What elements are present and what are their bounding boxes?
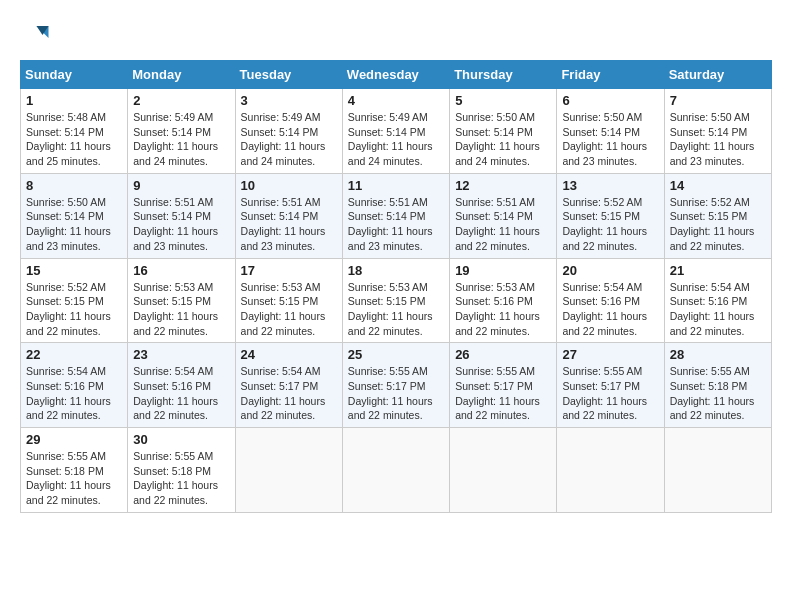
day-info: Sunrise: 5:55 AM Sunset: 5:18 PM Dayligh… bbox=[670, 364, 766, 423]
logo-icon bbox=[20, 20, 50, 50]
header bbox=[20, 20, 772, 50]
calendar-body: 1Sunrise: 5:48 AM Sunset: 5:14 PM Daylig… bbox=[21, 89, 772, 513]
day-number: 14 bbox=[670, 178, 766, 193]
calendar-cell: 22Sunrise: 5:54 AM Sunset: 5:16 PM Dayli… bbox=[21, 343, 128, 428]
day-info: Sunrise: 5:53 AM Sunset: 5:16 PM Dayligh… bbox=[455, 280, 551, 339]
day-info: Sunrise: 5:51 AM Sunset: 5:14 PM Dayligh… bbox=[348, 195, 444, 254]
day-number: 8 bbox=[26, 178, 122, 193]
header-day-friday: Friday bbox=[557, 61, 664, 89]
calendar-cell: 5Sunrise: 5:50 AM Sunset: 5:14 PM Daylig… bbox=[450, 89, 557, 174]
calendar-header: SundayMondayTuesdayWednesdayThursdayFrid… bbox=[21, 61, 772, 89]
day-number: 27 bbox=[562, 347, 658, 362]
calendar-cell: 1Sunrise: 5:48 AM Sunset: 5:14 PM Daylig… bbox=[21, 89, 128, 174]
calendar-cell: 23Sunrise: 5:54 AM Sunset: 5:16 PM Dayli… bbox=[128, 343, 235, 428]
header-day-sunday: Sunday bbox=[21, 61, 128, 89]
calendar-cell: 11Sunrise: 5:51 AM Sunset: 5:14 PM Dayli… bbox=[342, 173, 449, 258]
calendar-cell: 13Sunrise: 5:52 AM Sunset: 5:15 PM Dayli… bbox=[557, 173, 664, 258]
header-day-wednesday: Wednesday bbox=[342, 61, 449, 89]
calendar-cell: 7Sunrise: 5:50 AM Sunset: 5:14 PM Daylig… bbox=[664, 89, 771, 174]
day-info: Sunrise: 5:54 AM Sunset: 5:16 PM Dayligh… bbox=[562, 280, 658, 339]
day-number: 26 bbox=[455, 347, 551, 362]
calendar-cell: 4Sunrise: 5:49 AM Sunset: 5:14 PM Daylig… bbox=[342, 89, 449, 174]
week-row-1: 1Sunrise: 5:48 AM Sunset: 5:14 PM Daylig… bbox=[21, 89, 772, 174]
calendar-cell: 2Sunrise: 5:49 AM Sunset: 5:14 PM Daylig… bbox=[128, 89, 235, 174]
calendar-cell bbox=[342, 428, 449, 513]
calendar-cell: 25Sunrise: 5:55 AM Sunset: 5:17 PM Dayli… bbox=[342, 343, 449, 428]
day-info: Sunrise: 5:55 AM Sunset: 5:17 PM Dayligh… bbox=[348, 364, 444, 423]
calendar-cell: 24Sunrise: 5:54 AM Sunset: 5:17 PM Dayli… bbox=[235, 343, 342, 428]
calendar-cell: 19Sunrise: 5:53 AM Sunset: 5:16 PM Dayli… bbox=[450, 258, 557, 343]
day-number: 10 bbox=[241, 178, 337, 193]
day-number: 3 bbox=[241, 93, 337, 108]
day-info: Sunrise: 5:54 AM Sunset: 5:16 PM Dayligh… bbox=[670, 280, 766, 339]
day-number: 5 bbox=[455, 93, 551, 108]
day-number: 24 bbox=[241, 347, 337, 362]
day-number: 22 bbox=[26, 347, 122, 362]
day-number: 16 bbox=[133, 263, 229, 278]
day-info: Sunrise: 5:50 AM Sunset: 5:14 PM Dayligh… bbox=[562, 110, 658, 169]
week-row-5: 29Sunrise: 5:55 AM Sunset: 5:18 PM Dayli… bbox=[21, 428, 772, 513]
day-number: 28 bbox=[670, 347, 766, 362]
day-info: Sunrise: 5:50 AM Sunset: 5:14 PM Dayligh… bbox=[455, 110, 551, 169]
calendar-cell: 27Sunrise: 5:55 AM Sunset: 5:17 PM Dayli… bbox=[557, 343, 664, 428]
day-number: 21 bbox=[670, 263, 766, 278]
calendar-cell bbox=[664, 428, 771, 513]
calendar-cell: 18Sunrise: 5:53 AM Sunset: 5:15 PM Dayli… bbox=[342, 258, 449, 343]
day-number: 13 bbox=[562, 178, 658, 193]
day-number: 25 bbox=[348, 347, 444, 362]
day-info: Sunrise: 5:55 AM Sunset: 5:18 PM Dayligh… bbox=[26, 449, 122, 508]
day-info: Sunrise: 5:49 AM Sunset: 5:14 PM Dayligh… bbox=[348, 110, 444, 169]
day-info: Sunrise: 5:49 AM Sunset: 5:14 PM Dayligh… bbox=[133, 110, 229, 169]
calendar-cell: 20Sunrise: 5:54 AM Sunset: 5:16 PM Dayli… bbox=[557, 258, 664, 343]
calendar-cell: 30Sunrise: 5:55 AM Sunset: 5:18 PM Dayli… bbox=[128, 428, 235, 513]
day-number: 18 bbox=[348, 263, 444, 278]
calendar-cell bbox=[450, 428, 557, 513]
calendar-cell: 10Sunrise: 5:51 AM Sunset: 5:14 PM Dayli… bbox=[235, 173, 342, 258]
header-day-monday: Monday bbox=[128, 61, 235, 89]
day-number: 19 bbox=[455, 263, 551, 278]
header-day-thursday: Thursday bbox=[450, 61, 557, 89]
day-info: Sunrise: 5:51 AM Sunset: 5:14 PM Dayligh… bbox=[133, 195, 229, 254]
calendar-cell: 17Sunrise: 5:53 AM Sunset: 5:15 PM Dayli… bbox=[235, 258, 342, 343]
day-info: Sunrise: 5:51 AM Sunset: 5:14 PM Dayligh… bbox=[241, 195, 337, 254]
day-info: Sunrise: 5:50 AM Sunset: 5:14 PM Dayligh… bbox=[670, 110, 766, 169]
day-info: Sunrise: 5:55 AM Sunset: 5:18 PM Dayligh… bbox=[133, 449, 229, 508]
week-row-4: 22Sunrise: 5:54 AM Sunset: 5:16 PM Dayli… bbox=[21, 343, 772, 428]
day-info: Sunrise: 5:55 AM Sunset: 5:17 PM Dayligh… bbox=[455, 364, 551, 423]
day-number: 2 bbox=[133, 93, 229, 108]
calendar-cell: 14Sunrise: 5:52 AM Sunset: 5:15 PM Dayli… bbox=[664, 173, 771, 258]
day-number: 9 bbox=[133, 178, 229, 193]
day-info: Sunrise: 5:54 AM Sunset: 5:16 PM Dayligh… bbox=[133, 364, 229, 423]
week-row-2: 8Sunrise: 5:50 AM Sunset: 5:14 PM Daylig… bbox=[21, 173, 772, 258]
day-number: 4 bbox=[348, 93, 444, 108]
calendar-cell bbox=[557, 428, 664, 513]
day-number: 1 bbox=[26, 93, 122, 108]
day-number: 20 bbox=[562, 263, 658, 278]
day-info: Sunrise: 5:52 AM Sunset: 5:15 PM Dayligh… bbox=[670, 195, 766, 254]
day-number: 11 bbox=[348, 178, 444, 193]
header-row: SundayMondayTuesdayWednesdayThursdayFrid… bbox=[21, 61, 772, 89]
day-number: 23 bbox=[133, 347, 229, 362]
calendar-cell: 28Sunrise: 5:55 AM Sunset: 5:18 PM Dayli… bbox=[664, 343, 771, 428]
week-row-3: 15Sunrise: 5:52 AM Sunset: 5:15 PM Dayli… bbox=[21, 258, 772, 343]
day-number: 30 bbox=[133, 432, 229, 447]
logo bbox=[20, 20, 54, 50]
day-info: Sunrise: 5:53 AM Sunset: 5:15 PM Dayligh… bbox=[241, 280, 337, 339]
calendar-cell: 29Sunrise: 5:55 AM Sunset: 5:18 PM Dayli… bbox=[21, 428, 128, 513]
calendar-cell: 6Sunrise: 5:50 AM Sunset: 5:14 PM Daylig… bbox=[557, 89, 664, 174]
calendar-table: SundayMondayTuesdayWednesdayThursdayFrid… bbox=[20, 60, 772, 513]
day-info: Sunrise: 5:52 AM Sunset: 5:15 PM Dayligh… bbox=[26, 280, 122, 339]
calendar-cell: 8Sunrise: 5:50 AM Sunset: 5:14 PM Daylig… bbox=[21, 173, 128, 258]
calendar-cell: 21Sunrise: 5:54 AM Sunset: 5:16 PM Dayli… bbox=[664, 258, 771, 343]
calendar-cell: 9Sunrise: 5:51 AM Sunset: 5:14 PM Daylig… bbox=[128, 173, 235, 258]
calendar-cell bbox=[235, 428, 342, 513]
calendar-cell: 12Sunrise: 5:51 AM Sunset: 5:14 PM Dayli… bbox=[450, 173, 557, 258]
day-info: Sunrise: 5:51 AM Sunset: 5:14 PM Dayligh… bbox=[455, 195, 551, 254]
day-info: Sunrise: 5:54 AM Sunset: 5:16 PM Dayligh… bbox=[26, 364, 122, 423]
day-info: Sunrise: 5:49 AM Sunset: 5:14 PM Dayligh… bbox=[241, 110, 337, 169]
day-info: Sunrise: 5:48 AM Sunset: 5:14 PM Dayligh… bbox=[26, 110, 122, 169]
day-info: Sunrise: 5:53 AM Sunset: 5:15 PM Dayligh… bbox=[348, 280, 444, 339]
calendar-cell: 26Sunrise: 5:55 AM Sunset: 5:17 PM Dayli… bbox=[450, 343, 557, 428]
day-number: 12 bbox=[455, 178, 551, 193]
day-number: 17 bbox=[241, 263, 337, 278]
